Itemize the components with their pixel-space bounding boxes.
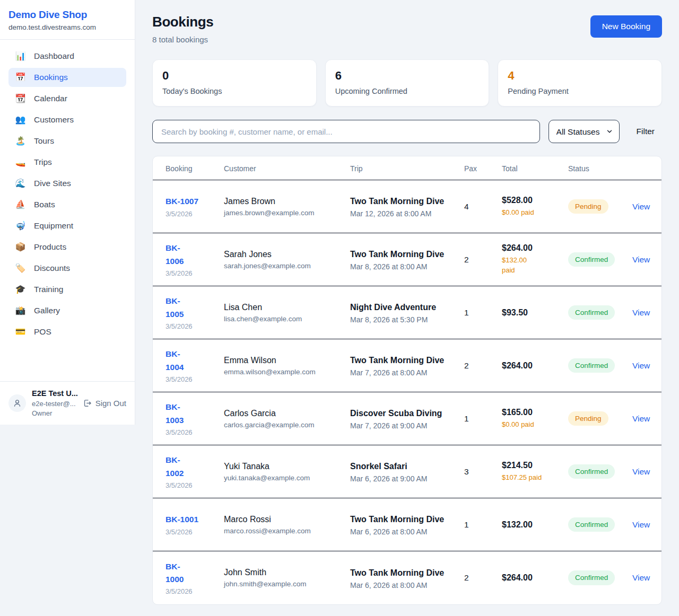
sidebar-nav: 📊 Dashboard 📅 Bookings 📆 Calendar 👥 Cust…: [0, 40, 135, 348]
sidebar-item-boats[interactable]: ⛵ Boats: [8, 195, 126, 214]
sidebar-item-tours[interactable]: 🏝️ Tours: [8, 131, 126, 151]
sidebar-item-discounts[interactable]: 🏷️ Discounts: [8, 259, 126, 278]
customer-cell: Sarah Jones sarah.jones@example.com: [224, 250, 350, 270]
sidebar-item-customers[interactable]: 👥 Customers: [8, 110, 126, 129]
actions-cell: View: [632, 308, 655, 318]
stats-row: 0 Today's Bookings 6 Upcoming Confirmed …: [152, 59, 662, 107]
sign-out-button[interactable]: Sign Out: [83, 399, 126, 408]
paid-amount: $0.00 paid: [502, 208, 568, 218]
actions-cell: View: [632, 520, 655, 530]
filter-button[interactable]: Filter: [637, 127, 655, 136]
status-cell: Confirmed: [568, 305, 632, 320]
customer-cell: Yuki Tanaka yuki.tanaka@example.com: [224, 462, 350, 482]
person-icon: [13, 399, 22, 408]
search-input[interactable]: [152, 120, 540, 143]
sidebar-item-products[interactable]: 📦 Products: [8, 237, 126, 257]
user-role: Owner: [32, 409, 77, 418]
booking-id-link[interactable]: BK-1007: [166, 195, 224, 208]
trip-cell: Night Dive Adventure Mar 8, 2026 at 5:30…: [350, 301, 464, 324]
actions-cell: View: [632, 467, 655, 477]
customer-cell: Carlos Garcia carlos.garcia@example.com: [224, 409, 350, 429]
view-link[interactable]: View: [632, 414, 650, 423]
sidebar: Demo Dive Shop demo.test.divestreams.com…: [0, 0, 135, 425]
sidebar-item-label: Products: [34, 242, 66, 252]
status-cell: Confirmed: [568, 517, 632, 532]
trip-cell: Discover Scuba Diving Mar 7, 2026 at 9:0…: [350, 407, 464, 430]
trip-cell: Two Tank Morning Dive Mar 7, 2026 at 8:0…: [350, 354, 464, 377]
user-section: E2E Test U... e2e-tester@... Owner Sign …: [0, 381, 135, 425]
trip-datetime: Mar 7, 2026 at 9:00 AM: [350, 421, 454, 430]
package-icon: 📦: [15, 243, 26, 251]
sidebar-item-label: POS: [34, 327, 51, 337]
sailboat-icon: ⛵: [15, 200, 26, 209]
paid-amount: $132.00 paid: [502, 256, 533, 276]
status-badge: Confirmed: [568, 570, 615, 585]
total-amount: $264.00: [502, 573, 568, 583]
sidebar-item-pos[interactable]: 💳 POS: [8, 322, 126, 341]
sidebar-item-trips[interactable]: 🚤 Trips: [8, 153, 126, 172]
booking-date: 3/5/2026: [166, 587, 224, 595]
sidebar-item-gallery[interactable]: 📸 Gallery: [8, 301, 126, 320]
customer-email: yuki.tanaka@example.com: [224, 474, 350, 482]
actions-cell: View: [632, 255, 655, 265]
table-row: BK-1000 3/5/2026 John Smith john.smith@e…: [153, 551, 661, 604]
total-amount: $214.50: [502, 461, 568, 470]
booking-id-link[interactable]: BK-1003: [166, 401, 192, 426]
trip-name: Night Dive Adventure: [350, 301, 454, 314]
credit-card-icon: 💳: [15, 328, 26, 336]
booking-id-link[interactable]: BK-1004: [166, 348, 192, 373]
brand-block: Demo Dive Shop demo.test.divestreams.com: [0, 0, 135, 39]
booking-id-link[interactable]: BK-1001: [166, 513, 224, 526]
status-cell: Confirmed: [568, 570, 632, 585]
sidebar-item-label: Tours: [34, 136, 54, 146]
actions-cell: View: [632, 361, 655, 371]
table-row: BK-1004 3/5/2026 Emma Wilson emma.wilson…: [153, 339, 661, 392]
customer-cell: Marco Rossi marco.rossi@example.com: [224, 515, 350, 535]
customer-name: James Brown: [224, 197, 350, 206]
customer-email: john.smith@example.com: [224, 580, 350, 588]
brand-name[interactable]: Demo Dive Shop: [8, 9, 126, 21]
booking-id-link[interactable]: BK-1000: [166, 560, 192, 586]
status-cell: Confirmed: [568, 252, 632, 267]
sidebar-item-dashboard[interactable]: 📊 Dashboard: [8, 47, 126, 66]
booking-date: 3/5/2026: [166, 375, 224, 383]
sidebar-item-equipment[interactable]: 🤿 Equipment: [8, 216, 126, 235]
calendar-icon: 📅: [15, 73, 26, 82]
status-select[interactable]: All Statuses: [549, 120, 620, 143]
trip-name: Two Tank Morning Dive: [350, 248, 454, 261]
status-badge: Confirmed: [568, 358, 615, 373]
trip-datetime: Mar 6, 2026 at 9:00 AM: [350, 474, 454, 483]
view-link[interactable]: View: [632, 467, 650, 476]
booking-cell: BK-1004 3/5/2026: [166, 348, 224, 383]
actions-cell: View: [632, 202, 655, 212]
paid-amount: $0.00 paid: [502, 420, 568, 430]
new-booking-button[interactable]: New Booking: [590, 15, 662, 38]
pax-value: 2: [464, 573, 502, 583]
booking-cell: BK-1007 3/5/2026: [166, 195, 224, 217]
table-header: Booking Customer Trip Pax Total Status: [153, 156, 661, 180]
view-link[interactable]: View: [632, 255, 650, 264]
sidebar-item-bookings[interactable]: 📅 Bookings: [8, 68, 126, 87]
sidebar-item-training[interactable]: 🎓 Training: [8, 280, 126, 299]
view-link[interactable]: View: [632, 361, 650, 370]
total-cell: $93.50: [502, 308, 568, 318]
pax-value: 3: [464, 467, 502, 477]
booking-date: 3/5/2026: [166, 322, 224, 330]
booking-id-link[interactable]: BK-1005: [166, 295, 192, 320]
view-link[interactable]: View: [632, 520, 650, 529]
stat-label: Today's Bookings: [162, 87, 307, 95]
booking-id-link[interactable]: BK-1006: [166, 242, 192, 267]
customer-email: carlos.garcia@example.com: [224, 421, 350, 429]
view-link[interactable]: View: [632, 573, 650, 582]
sidebar-item-calendar[interactable]: 📆 Calendar: [8, 89, 126, 108]
sidebar-item-dive-sites[interactable]: 🌊 Dive Sites: [8, 174, 126, 193]
view-link[interactable]: View: [632, 308, 650, 317]
booking-id-link[interactable]: BK-1002: [166, 454, 192, 479]
total-amount: $165.00: [502, 408, 568, 417]
customer-email: james.brown@example.com: [224, 209, 350, 217]
view-link[interactable]: View: [632, 202, 650, 211]
user-email: e2e-tester@...: [32, 400, 77, 408]
customer-name: John Smith: [224, 568, 350, 577]
status-badge: Confirmed: [568, 517, 615, 532]
table-row: BK-1005 3/5/2026 Lisa Chen lisa.chen@exa…: [153, 286, 661, 339]
